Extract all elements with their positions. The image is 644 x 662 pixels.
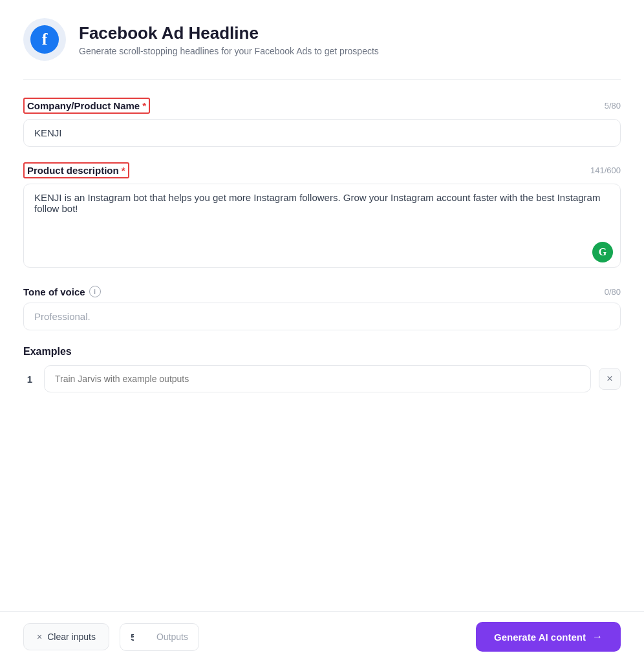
clear-x-icon: × xyxy=(37,632,42,642)
page-title: Facebook Ad Headline xyxy=(79,23,379,43)
generate-label: Generate AI content xyxy=(494,632,586,643)
company-name-label: Company/Product Name * xyxy=(23,98,150,114)
product-description-field-header: Product description * 141/600 xyxy=(23,162,621,178)
clear-inputs-button[interactable]: × Clear inputs xyxy=(23,623,109,650)
company-name-field-header: Company/Product Name * 5/80 xyxy=(23,98,621,114)
tone-of-voice-field-header: Tone of voice i 0/80 xyxy=(23,286,621,297)
clear-inputs-label: Clear inputs xyxy=(47,632,96,642)
product-description-section: Product description * 141/600 KENJI is a… xyxy=(23,162,621,270)
company-name-required: * xyxy=(142,100,146,111)
tone-of-voice-info-icon[interactable]: i xyxy=(89,286,101,297)
tone-of-voice-label: Tone of voice i xyxy=(23,286,101,297)
facebook-icon-wrap: f xyxy=(23,18,66,61)
product-description-char-count: 141/600 xyxy=(590,166,621,175)
example-remove-icon: × xyxy=(606,373,612,385)
header: f Facebook Ad Headline Generate scroll-s… xyxy=(23,18,621,61)
grammarly-icon: G xyxy=(599,246,606,258)
example-number: 1 xyxy=(23,374,36,385)
outputs-number-input[interactable] xyxy=(120,624,154,650)
example-row: 1 × xyxy=(23,365,621,392)
product-description-wrap: KENJI is an Instagram bot that helps you… xyxy=(23,184,621,270)
tone-of-voice-section: Tone of voice i 0/80 xyxy=(23,286,621,330)
header-divider xyxy=(23,79,621,80)
examples-title: Examples xyxy=(23,346,621,358)
examples-section: Examples 1 × xyxy=(23,346,621,392)
tone-of-voice-char-count: 0/80 xyxy=(605,287,621,297)
company-name-char-count: 5/80 xyxy=(605,101,621,111)
company-name-section: Company/Product Name * 5/80 xyxy=(23,98,621,147)
example-input[interactable] xyxy=(44,365,591,392)
outputs-label: Outputs xyxy=(154,624,199,650)
product-description-required: * xyxy=(122,165,125,176)
generate-ai-content-button[interactable]: Generate AI content → xyxy=(476,622,621,652)
facebook-icon: f xyxy=(30,25,59,54)
header-text: Facebook Ad Headline Generate scroll-sto… xyxy=(79,23,379,56)
bottom-bar: × Clear inputs Outputs Generate AI conte… xyxy=(0,611,644,662)
tone-of-voice-input[interactable] xyxy=(23,303,621,330)
company-name-input[interactable] xyxy=(23,119,621,147)
example-remove-button[interactable]: × xyxy=(599,368,621,390)
product-description-input[interactable]: KENJI is an Instagram bot that helps you… xyxy=(23,184,621,268)
product-description-label: Product description * xyxy=(23,162,129,178)
page-description: Generate scroll-stopping headlines for y… xyxy=(79,46,379,56)
generate-arrow-icon: → xyxy=(592,631,603,643)
outputs-control: Outputs xyxy=(120,623,199,651)
grammarly-button[interactable]: G xyxy=(592,242,613,262)
